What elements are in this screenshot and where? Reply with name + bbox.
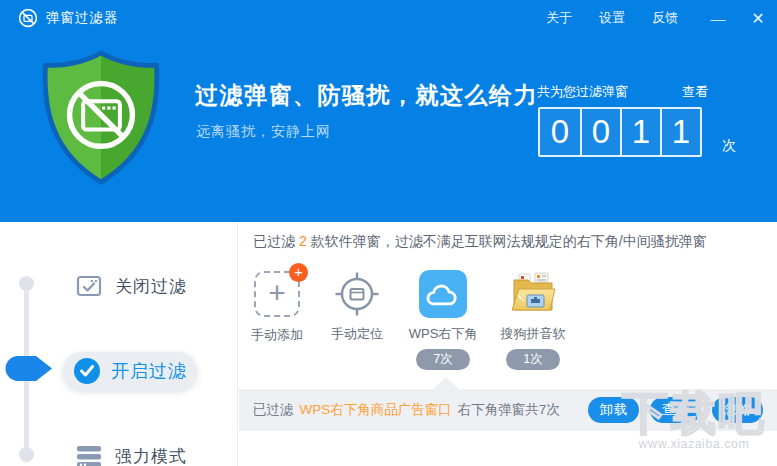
counter-digit: 1 — [660, 109, 700, 155]
page-body: 关闭过滤 开启过滤 强力模式 — [0, 222, 777, 466]
notice-pointer-icon — [433, 377, 459, 389]
sidebar-item-filter-on[interactable]: 开启过滤 — [63, 352, 197, 390]
crosshair-icon — [333, 270, 381, 318]
sidebar-item-filter-off[interactable]: 关闭过滤 — [76, 274, 187, 298]
mode-slider-thumb[interactable] — [5, 356, 53, 381]
track-dot-bottom — [19, 447, 34, 462]
hero-subline: 远离骚扰，安静上网 — [196, 123, 331, 141]
folder-icon — [509, 270, 557, 318]
counter-digit: 0 — [540, 109, 580, 155]
close-icon[interactable]: ✕ — [745, 9, 771, 28]
hero-banner: 过滤弹窗、防骚扰，就这么给力 远离骚扰，安静上网 共为您过滤弹窗 查看 0 0 … — [0, 36, 777, 222]
app-logo-icon — [18, 8, 38, 28]
track-dot-top — [19, 276, 34, 291]
counter-view-link[interactable]: 查看 — [682, 83, 708, 101]
notice-bar: 已过滤WPS右下角商品广告窗口右下角弹窗共7次 卸载 查看 忽略 — [239, 389, 777, 431]
summary-suffix: 款软件弹窗，过滤不满足互联网法规规定的右下角/中间骚扰弹窗 — [311, 233, 707, 249]
app-window: 弹窗过滤器 关于 设置 反馈 — ✕ 过滤弹窗、防骚扰，就这么给力 — [0, 0, 777, 466]
menu-about[interactable]: 关于 — [546, 9, 572, 27]
ignore-button[interactable]: 忽略 — [712, 397, 763, 423]
tile-label: 手动添加 — [235, 326, 319, 344]
counter-digit: 1 — [620, 109, 660, 155]
tile-sogou-pinyin[interactable]: 搜狗拼音软 1次 — [491, 270, 575, 370]
notice-prefix: 已过滤 — [253, 402, 294, 417]
filter-counter: 0 0 1 1 — [538, 107, 702, 157]
check-circle-icon — [74, 358, 100, 384]
menu-settings[interactable]: 设置 — [599, 9, 625, 27]
counter-label: 共为您过滤弹窗 — [537, 83, 628, 101]
tile-label: 搜狗拼音软 — [491, 325, 575, 343]
shield-logo-icon — [36, 48, 166, 188]
counter-unit: 次 — [722, 137, 736, 155]
filter-summary: 已过滤2款软件弹窗，过滤不满足互联网法规规定的右下角/中间骚扰弹窗 — [253, 233, 707, 251]
minimize-icon[interactable]: — — [705, 10, 731, 27]
stack-icon — [76, 446, 102, 466]
filter-count-badge: 7次 — [416, 349, 470, 370]
tile-wps-popup[interactable]: WPS右下角 7次 — [401, 270, 485, 370]
app-title: 弹窗过滤器 — [46, 9, 119, 27]
main-content: 已过滤2款软件弹窗，过滤不满足互联网法规规定的右下角/中间骚扰弹窗 + + 手动… — [239, 222, 777, 466]
hero-headline: 过滤弹窗、防骚扰，就这么给力 — [195, 80, 538, 111]
sidebar-item-label: 开启过滤 — [111, 359, 187, 383]
summary-count: 2 — [299, 233, 307, 249]
tile-label: 手动定位 — [315, 325, 399, 343]
sidebar: 关闭过滤 开启过滤 强力模式 — [0, 222, 238, 466]
tile-manual-add[interactable]: + + 手动添加 — [235, 270, 319, 344]
sidebar-item-label: 关闭过滤 — [115, 275, 187, 298]
title-bar: 弹窗过滤器 关于 设置 反馈 — ✕ — [0, 0, 777, 36]
sidebar-item-strong-mode[interactable]: 强力模式 — [76, 445, 187, 466]
tile-manual-locate[interactable]: 手动定位 — [315, 270, 399, 343]
notice-text: 已过滤WPS右下角商品广告窗口右下角弹窗共7次 — [253, 401, 560, 419]
counter-digit: 0 — [580, 109, 620, 155]
filter-count-badge: 1次 — [506, 349, 560, 370]
wps-cloud-icon — [419, 270, 467, 318]
window-check-icon — [76, 274, 102, 298]
tile-label: WPS右下角 — [401, 325, 485, 343]
view-button[interactable]: 查看 — [650, 397, 701, 423]
menu-feedback[interactable]: 反馈 — [652, 9, 678, 27]
plus-badge-icon: + — [289, 263, 308, 282]
sidebar-item-label: 强力模式 — [115, 445, 187, 466]
notice-highlight: WPS右下角商品广告窗口 — [300, 402, 452, 417]
uninstall-button[interactable]: 卸载 — [588, 397, 639, 423]
summary-prefix: 已过滤 — [253, 233, 295, 249]
notice-suffix: 右下角弹窗共7次 — [458, 402, 560, 417]
